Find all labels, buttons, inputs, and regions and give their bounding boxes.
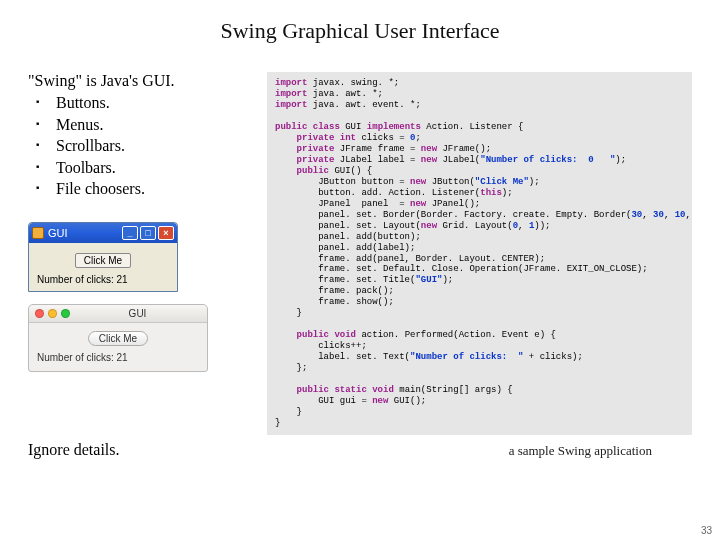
maximize-icon: □ (140, 226, 156, 240)
zoom-dot-icon (61, 309, 70, 318)
screenshot-windows: GUI _ □ × Click Me Number of clicks: 21 (28, 222, 178, 292)
page-title: Swing Graphical User Interface (28, 18, 692, 44)
list-item: File choosers. (42, 178, 253, 200)
code-caption: a sample Swing application (509, 443, 652, 459)
xp-titlebar: GUI _ □ × (29, 223, 177, 243)
content-row: "Swing" is Java's GUI. Buttons. Menus. S… (28, 72, 692, 435)
click-me-button: Click Me (75, 253, 131, 268)
screenshot-mac: GUI Click Me Number of clicks: 21 (28, 304, 208, 372)
list-item: Scrollbars. (42, 135, 253, 157)
close-dot-icon (35, 309, 44, 318)
list-item: Buttons. (42, 92, 253, 114)
screenshot-group: GUI _ □ × Click Me Number of clicks: 21 … (28, 222, 253, 372)
close-icon: × (158, 226, 174, 240)
intro-text: "Swing" is Java's GUI. (28, 72, 253, 90)
minimize-dot-icon (48, 309, 57, 318)
mac-window-title: GUI (74, 308, 201, 319)
click-count-label: Number of clicks: 21 (37, 352, 199, 363)
java-icon (32, 227, 44, 239)
xp-window-body: Click Me Number of clicks: 21 (29, 243, 177, 291)
list-item: Menus. (42, 114, 253, 136)
bottom-row: Ignore details. a sample Swing applicati… (28, 441, 692, 459)
minimize-icon: _ (122, 226, 138, 240)
click-count-label: Number of clicks: 21 (37, 274, 169, 285)
code-listing: import javax. swing. *; import java. awt… (267, 72, 692, 435)
ignore-details-text: Ignore details. (28, 441, 120, 459)
mac-titlebar: GUI (29, 305, 207, 323)
click-me-button: Click Me (88, 331, 148, 346)
xp-window-title: GUI (48, 227, 68, 239)
page-number: 33 (701, 525, 712, 536)
list-item: Toolbars. (42, 157, 253, 179)
bullet-list: Buttons. Menus. Scrollbars. Toolbars. Fi… (28, 92, 253, 200)
left-column: "Swing" is Java's GUI. Buttons. Menus. S… (28, 72, 253, 372)
mac-window-body: Click Me Number of clicks: 21 (29, 323, 207, 371)
